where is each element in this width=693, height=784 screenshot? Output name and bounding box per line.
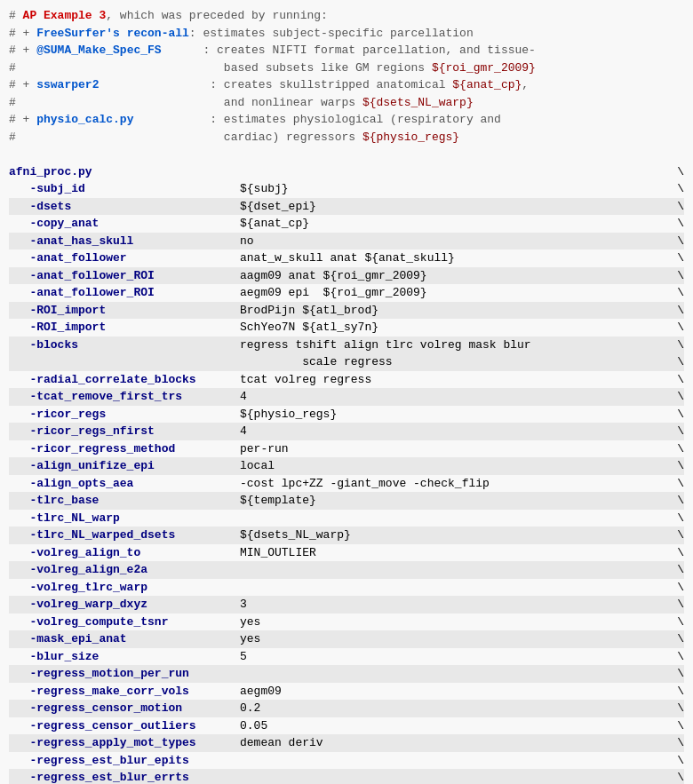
table-row: -tlrc_NL_warped_dsets${dsets_NL_warp} \ <box>9 527 684 544</box>
table-row: -anat_has_skullno \ <box>9 233 684 250</box>
comment-line-4: # based subsets like GM regions ${roi_gm… <box>9 59 684 77</box>
comment-line-2: # + FreeSurfer's recon-all: estimates su… <box>9 25 684 43</box>
backslash: \ <box>670 475 684 493</box>
table-row: -ricor_regs_nfirst4 \ <box>9 423 684 440</box>
value: yes <box>240 630 670 648</box>
value: tcat volreg regress <box>240 371 670 389</box>
param: -tlrc_NL_warp <box>9 510 240 527</box>
param: -ricor_regs <box>9 406 240 424</box>
table-row: -ricor_regress_methodper-run \ <box>9 440 684 458</box>
value: aegm09 <box>240 683 670 701</box>
param: -ricor_regress_method <box>9 440 240 458</box>
param: -ricor_regs_nfirst <box>9 423 240 440</box>
param: -tlrc_NL_warped_dsets <box>9 527 240 544</box>
table-row: -tcat_remove_first_trs4 \ <box>9 388 684 406</box>
backslash: \ <box>670 665 684 683</box>
param: -align_unifize_epi <box>9 457 240 475</box>
table-row: -ROI_importSchYeo7N ${atl_sy7n} \ <box>9 319 684 337</box>
param: -volreg_warp_dxyz <box>9 596 240 614</box>
backslash: \ <box>670 457 684 475</box>
value: ${template} <box>240 492 670 510</box>
value: yes <box>240 614 670 631</box>
value: local <box>240 457 670 475</box>
param: -regress_motion_per_run <box>9 665 240 683</box>
value: 3 <box>240 596 670 614</box>
backslash: \ <box>670 769 684 784</box>
param: -tlrc_base <box>9 492 240 510</box>
value <box>240 510 670 527</box>
value <box>240 769 670 784</box>
backslash: \ <box>670 406 684 424</box>
param: -subj_id <box>9 180 240 198</box>
table-row: -volreg_align_toMIN_OUTLIER \ <box>9 544 684 562</box>
rows-container: -subj_id${subj} \ -dsets${dset_epi} \ -c… <box>9 180 684 784</box>
table-row: -ricor_regs${physio_regs} \ <box>9 406 684 424</box>
value: BrodPijn ${atl_brod} <box>240 302 670 320</box>
comment-line-6: # and nonlinear warps ${dsets_NL_warp} <box>9 94 684 112</box>
backslash: \ <box>670 544 684 562</box>
param: -regress_censor_outliers <box>9 717 240 735</box>
param: -ROI_import <box>9 302 240 320</box>
backslash-command: \ <box>670 163 684 181</box>
table-row: -radial_correlate_blockstcat volreg regr… <box>9 371 684 389</box>
table-row: -regress_censor_outliers0.05 \ <box>9 717 684 735</box>
table-row: -align_unifize_epilocal \ <box>9 457 684 475</box>
command-line: afni_proc.py \ <box>9 163 684 181</box>
value: 4 <box>240 388 670 406</box>
param: -regress_est_blur_errts <box>9 769 240 784</box>
value <box>240 561 670 579</box>
param: -radial_correlate_blocks <box>9 371 240 389</box>
table-row: -blocksregress tshift align tlrc volreg … <box>9 337 684 371</box>
value: anat_w_skull anat ${anat_skull} <box>240 249 670 267</box>
comment-line-1: # AP Example 3, which was preceded by ru… <box>9 7 684 25</box>
backslash: \ <box>670 440 684 458</box>
value: regress tshift align tlrc volreg mask bl… <box>240 337 670 354</box>
code-block: # AP Example 3, which was preceded by ru… <box>0 0 693 784</box>
value: MIN_OUTLIER <box>240 544 670 562</box>
param: -anat_follower_ROI <box>9 284 240 302</box>
backslash: \ <box>670 337 684 354</box>
blank-line <box>9 146 684 163</box>
value <box>240 665 670 683</box>
table-row: -anat_followeranat_w_skull anat ${anat_s… <box>9 249 684 267</box>
backslash: \ <box>670 353 684 371</box>
value: demean deriv <box>240 734 670 752</box>
param: -blur_size <box>9 648 240 666</box>
backslash: \ <box>670 267 684 285</box>
table-row: -volreg_compute_tsnryes \ <box>9 614 684 631</box>
value: -cost lpc+ZZ -giant_move -check_flip <box>240 475 670 493</box>
table-row: -volreg_warp_dxyz3 \ <box>9 596 684 614</box>
param: -tcat_remove_first_trs <box>9 388 240 406</box>
table-row: -ROI_importBrodPijn ${atl_brod} \ <box>9 302 684 320</box>
backslash: \ <box>670 700 684 717</box>
table-row: -regress_motion_per_run \ <box>9 665 684 683</box>
backslash: \ <box>670 284 684 302</box>
value: per-run <box>240 440 670 458</box>
value: ${dsets_NL_warp} <box>240 527 670 544</box>
backslash: \ <box>670 752 684 770</box>
value: aagm09 anat ${roi_gmr_2009} <box>240 267 670 285</box>
value <box>240 579 670 597</box>
value-extra: scale regress <box>240 353 670 371</box>
backslash: \ <box>670 614 684 631</box>
backslash: \ <box>670 233 684 250</box>
param: -blocks <box>9 337 240 354</box>
backslash: \ <box>670 683 684 701</box>
backslash: \ <box>670 630 684 648</box>
param: -dsets <box>9 198 240 216</box>
backslash: \ <box>670 561 684 579</box>
value <box>240 752 670 770</box>
value: 0.05 <box>240 717 670 735</box>
table-row: -regress_est_blur_epits \ <box>9 752 684 770</box>
backslash: \ <box>670 423 684 440</box>
value: 5 <box>240 648 670 666</box>
param: -volreg_align_e2a <box>9 561 240 579</box>
param: -regress_apply_mot_types <box>9 734 240 752</box>
table-row: -volreg_tlrc_warp \ <box>9 579 684 597</box>
comment-line-3: # + @SUMA_Make_Spec_FS : creates NIFTI f… <box>9 42 684 59</box>
backslash: \ <box>670 596 684 614</box>
table-row: -regress_censor_motion0.2 \ <box>9 700 684 717</box>
table-row: -volreg_align_e2a \ <box>9 561 684 579</box>
comment-line-7: # + physio_calc.py : estimates physiolog… <box>9 111 684 129</box>
value: ${subj} <box>240 180 670 198</box>
